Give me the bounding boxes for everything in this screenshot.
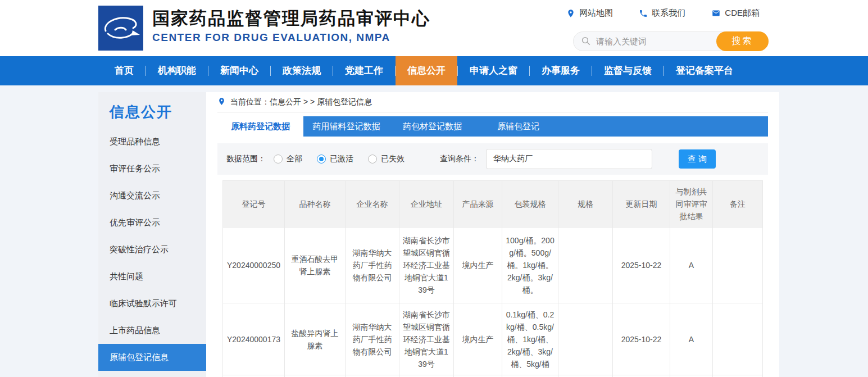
- cell-company-address: 湖南省长沙市望城区铜官循环经济工业基地铜官大道139号: [399, 228, 454, 303]
- main-nav: 首页 机构职能 新闻中心 政策法规 党建工作 信息公开 申请人之窗 办事服务 监…: [0, 56, 868, 85]
- sidebar-item-breakthrough-therapy[interactable]: 突破性治疗公示: [98, 236, 206, 263]
- sidebar: 信息公开 受理品种信息 审评任务公示 沟通交流公示 优先审评公示 突破性治疗公示…: [98, 92, 206, 377]
- cell-update-date: 2025-10-22: [613, 303, 670, 375]
- radio-all[interactable]: 全部: [274, 154, 302, 164]
- tab-packaging-registration-data[interactable]: 药包材登记数据: [389, 116, 475, 137]
- mail-icon: [711, 9, 721, 17]
- col-packaging-spec: 包装规格: [502, 181, 558, 228]
- cell-company-name: 湖南华纳大药厂手性药物有限公司: [346, 228, 399, 303]
- nav-registration-platform[interactable]: 登记备案平台: [664, 56, 745, 85]
- sitemap-label: 网站地图: [579, 8, 613, 19]
- page: 国家药品监督管理局药品审评中心 CENTER FOR DRUG EVALUATI…: [0, 0, 868, 377]
- sidebar-item-common-issues[interactable]: 共性问题: [98, 263, 206, 290]
- sidebar-item-clinical-trial-default[interactable]: 临床试验默示许可: [98, 290, 206, 317]
- cell-company-name: 湖南华纳大药厂手性药物有限公司: [346, 303, 399, 375]
- cell-variety-name: 重酒石酸去甲肾上腺素: [285, 228, 346, 303]
- col-company-name: 企业名称: [346, 181, 399, 228]
- breadcrumb-text: 当前位置：信息公开 > > 原辅包登记信息: [230, 97, 372, 107]
- sidebar-item-marketed-drugs[interactable]: 上市药品信息: [98, 317, 206, 344]
- col-update-date: 更新日期: [613, 181, 670, 228]
- radio-all-circle: [274, 155, 283, 163]
- brand-text: 国家药品监督管理局药品审评中心 CENTER FOR DRUG EVALUATI…: [152, 6, 430, 44]
- table-header-row: 登记号 品种名称 企业名称 企业地址 产品来源 包装规格 规格 更新日期 与制剂…: [223, 181, 763, 228]
- tab-excipient-registration-data[interactable]: 药用辅料登记数据: [303, 116, 389, 137]
- radio-expired-circle: [368, 155, 377, 163]
- nav-policy[interactable]: 政策法规: [271, 56, 333, 85]
- quick-links: 网站地图 联系我们 CDE邮箱: [566, 8, 760, 19]
- table-row: Y20240000173 盐酸异丙肾上腺素 湖南华纳大药厂手性药物有限公司 湖南…: [223, 303, 763, 375]
- contact-label: 联系我们: [652, 8, 685, 19]
- radio-all-label: 全部: [287, 154, 302, 164]
- site-header: 国家药品监督管理局药品审评中心 CENTER FOR DRUG EVALUATI…: [0, 0, 868, 56]
- scope-radios: 全部 已激活 已失效: [274, 154, 405, 164]
- sidebar-item-communication[interactable]: 沟通交流公示: [98, 182, 206, 209]
- sidebar-title: 信息公开: [98, 105, 206, 119]
- search-button[interactable]: 搜索: [716, 31, 769, 51]
- radio-expired-label: 已失效: [381, 154, 405, 164]
- site-subtitle: CENTER FOR DRUG EVALUATION, NMPA: [152, 31, 430, 44]
- nav-services[interactable]: 办事服务: [530, 56, 592, 85]
- location-pin-icon: [566, 9, 575, 18]
- col-registration-no: 登记号: [223, 181, 285, 228]
- contact-link[interactable]: 联系我们: [639, 8, 685, 19]
- site-title: 国家药品监督管理局药品审评中心: [152, 8, 430, 29]
- radio-activated[interactable]: 已激活: [317, 154, 353, 164]
- nav-supervision[interactable]: 监督与反馈: [592, 56, 664, 85]
- cell-company-address: 湖南省长沙市望城区铜官循环经济工业基地铜官大道139号: [399, 303, 454, 375]
- col-variety-name: 品种名称: [285, 181, 346, 228]
- query-label: 查询条件：: [440, 154, 479, 164]
- col-product-source: 产品来源: [454, 181, 502, 228]
- sitemap-link[interactable]: 网站地图: [566, 8, 613, 19]
- nav-home[interactable]: 首页: [103, 56, 146, 85]
- tab-bar: 原料药登记数据 药用辅料登记数据 药包材登记数据 原辅包登记: [217, 116, 768, 137]
- breadcrumb-pin-icon: [217, 97, 226, 107]
- cell-product-source: 境内生产: [454, 303, 502, 375]
- table-row-partial: [223, 375, 763, 377]
- nav-applicant[interactable]: 申请人之窗: [458, 56, 529, 85]
- nav-news[interactable]: 新闻中心: [208, 56, 270, 85]
- sidebar-item-priority-review[interactable]: 优先审评公示: [98, 209, 206, 236]
- radio-activated-label: 已激活: [330, 154, 353, 164]
- table-row: Y20240000250 重酒石酸去甲肾上腺素 湖南华纳大药厂手性药物有限公司 …: [223, 228, 763, 303]
- cell-registration-no: Y20240000173: [223, 303, 285, 375]
- tab-api-registration-data[interactable]: 原料药登记数据: [217, 116, 303, 137]
- filter-bar: 数据范围： 全部 已激活 已失效 查询条件：: [217, 143, 768, 175]
- cell-joint-review-result: A: [670, 228, 713, 303]
- cell-spec: [558, 228, 613, 303]
- col-company-address: 企业地址: [399, 181, 454, 228]
- query-button[interactable]: 查 询: [679, 149, 716, 169]
- nav-party[interactable]: 党建工作: [333, 56, 395, 85]
- brand: 国家药品监督管理局药品审评中心 CENTER FOR DRUG EVALUATI…: [98, 6, 430, 51]
- nav-duties[interactable]: 机构职能: [146, 56, 208, 85]
- cell-joint-review-result: A: [670, 303, 713, 375]
- sidebar-item-accepted-varieties[interactable]: 受理品种信息: [98, 128, 206, 155]
- cde-mail-label: CDE邮箱: [725, 8, 760, 19]
- radio-expired[interactable]: 已失效: [368, 154, 405, 164]
- cde-logo-icon: [98, 6, 143, 51]
- cell-remarks: [713, 228, 763, 303]
- main-area: 信息公开 受理品种信息 审评任务公示 沟通交流公示 优先审评公示 突破性治疗公示…: [98, 92, 779, 377]
- cell-remarks: [713, 303, 763, 375]
- cell-product-source: 境内生产: [454, 228, 502, 303]
- query-group: 查询条件： 查 询: [440, 149, 759, 169]
- col-spec: 规格: [558, 181, 613, 228]
- content-panel: 当前位置：信息公开 > > 原辅包登记信息 原料药登记数据 药用辅料登记数据 药…: [206, 92, 779, 377]
- radio-activated-circle: [317, 155, 326, 163]
- site-search: 搜索: [573, 31, 769, 51]
- search-icon: [581, 36, 591, 48]
- cell-update-date: 2025-10-22: [613, 228, 670, 303]
- query-input[interactable]: [486, 149, 652, 169]
- phone-icon: [639, 9, 648, 18]
- cell-packaging-spec: 0.1kg/桶、0.2kg/桶、0.5kg/桶、1kg/桶、2kg/桶、3kg/…: [502, 303, 558, 375]
- scope-label: 数据范围：: [226, 154, 266, 164]
- registration-table: 登记号 品种名称 企业名称 企业地址 产品来源 包装规格 规格 更新日期 与制剂…: [222, 180, 763, 377]
- cde-mail-link[interactable]: CDE邮箱: [711, 8, 760, 19]
- col-remarks: 备注: [713, 181, 763, 228]
- cell-variety-name: 盐酸异丙肾上腺素: [285, 303, 346, 375]
- cell-spec: [558, 303, 613, 375]
- nav-info-disclosure[interactable]: 信息公开: [396, 56, 457, 85]
- breadcrumb: 当前位置：信息公开 > > 原辅包登记信息: [217, 100, 768, 112]
- sidebar-item-review-tasks[interactable]: 审评任务公示: [98, 155, 206, 182]
- tab-raw-excipient-packaging-registration[interactable]: 原辅包登记: [475, 116, 561, 137]
- sidebar-item-raw-excipient-packaging[interactable]: 原辅包登记信息: [98, 344, 206, 371]
